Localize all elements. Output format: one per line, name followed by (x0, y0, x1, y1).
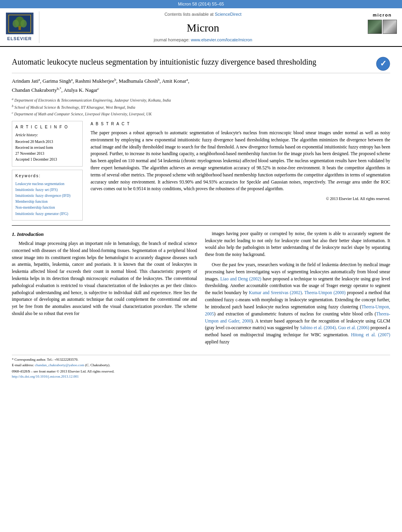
revised-date: 27 November 2013 (15, 151, 79, 156)
keyword-1: Leukocyte nucleus segmentation (15, 181, 79, 187)
volume-text: Micron 58 (2014) 55–65 (178, 2, 224, 6)
svg-point-2 (13, 20, 19, 28)
keyword-3: Intuitionistic fuzzy divergence (IFD) (15, 193, 79, 199)
copyright-line: © 2013 Elsevier Ltd. All rights reserved… (91, 196, 390, 202)
info-abstract-cols: A R T I C L E I N F O Article history: R… (12, 121, 390, 220)
article-title: Automatic leukocyte nucleus segmentation… (12, 57, 372, 67)
affil-a: a Department of Electronics & Telecommun… (12, 97, 390, 103)
author-nagar: Atulya K. Nagar (64, 87, 98, 93)
doi-link[interactable]: http://dx.doi.org/10.1016/j.micron.2013.… (12, 374, 79, 378)
body-right-col: images having poor quality or corrupted … (205, 230, 391, 349)
email-link[interactable]: chandan_chakraborty@yahoo.com (35, 363, 84, 367)
revised-label: Received in revised form (15, 145, 79, 150)
micron-image-2 (383, 20, 397, 34)
authors-section: Arindam Jatia, Garima Singha, Rashmi Muk… (12, 77, 390, 94)
author-mukherjee: Rashmi Mukherjee (75, 78, 114, 84)
volume-info-bar: Micron 58 (2014) 55–65 (0, 0, 402, 8)
affil-c: c Department of Math and Computer Scienc… (12, 111, 390, 117)
svg-point-3 (20, 20, 27, 28)
right-column: A B S T R A C T The paper proposes a rob… (91, 121, 390, 220)
homepage-line: journal homepage: www.elsevier.com/locat… (154, 37, 252, 43)
intro-para-2: images having poor quality or corrupted … (205, 230, 391, 258)
keyword-4: Membership function (15, 199, 79, 205)
accepted-date: Accepted 1 December 2013 (15, 157, 79, 162)
article-info-box: A R T I C L E I N F O Article history: R… (12, 121, 83, 166)
left-column: A R T I C L E I N F O Article history: R… (12, 121, 83, 220)
article-info-heading: A R T I C L E I N F O (15, 124, 79, 130)
ref-theera-1[interactable]: Theera-Umpon (2000) (304, 290, 346, 295)
sciencedirect-line: Contents lists available at ScienceDirec… (165, 11, 242, 17)
ref-sabino[interactable]: Sabino et al. (2004) (300, 325, 336, 330)
elsevier-logo-image (6, 13, 33, 34)
keyword-6: Intuitionistic fuzzy generator (IFG) (15, 211, 79, 217)
article-history: Article history: Received 20 March 2013 … (15, 132, 79, 162)
article-container: Automatic leukocyte nucleus segmentation… (0, 47, 402, 385)
intro-para-3: Over the past few years, researchers wor… (205, 261, 391, 346)
body-left-col: 1. Introduction Medical image processing… (12, 230, 197, 349)
intro-para-1: Medical image processing plays an import… (12, 240, 197, 317)
keywords-box: Keywords: Leukocyte nucleus segmentation… (12, 170, 83, 221)
ref-guo[interactable]: Guo et al. (2006) (338, 325, 369, 330)
elsevier-logo: ELSEVIER (4, 11, 39, 43)
history-label: Article history: (15, 132, 79, 138)
micron-logo-images (368, 20, 397, 34)
section-heading: 1. Introduction (12, 230, 197, 238)
abstract-section: A B S T R A C T The paper proposes a rob… (91, 121, 390, 202)
abstract-heading: A B S T R A C T (91, 121, 390, 127)
abstract-text: The paper proposes a robust approach to … (91, 130, 390, 193)
keywords-heading: Keywords: (15, 173, 79, 179)
ref-theera-3[interactable]: Theera-Umpon and Gader, 2000 (205, 311, 391, 323)
affiliations: a Department of Electronics & Telecommun… (12, 97, 390, 117)
section-divider (12, 225, 390, 226)
ref-hitong[interactable]: Hitong et al. (2007) (351, 332, 390, 337)
micron-logo-box: micron (367, 11, 398, 43)
authors-line: Arindam Jatia, Garima Singha, Rashmi Muk… (12, 77, 390, 85)
ref-liao-deng[interactable]: Liao and Deng (2002) (220, 276, 261, 281)
keyword-2: Intuitionistic fuzzy set (IFS) (15, 187, 79, 193)
body-two-col: 1. Introduction Medical image processing… (12, 230, 390, 349)
corresponding-note: * Corresponding author. Tel.: +913222283… (12, 357, 390, 362)
homepage-link[interactable]: www.elsevier.com/locate/micron (191, 37, 252, 42)
svg-text:✓: ✓ (380, 59, 387, 68)
article-title-section: Automatic leukocyte nucleus segmentation… (12, 53, 390, 73)
author-singh: Garima Singh (43, 78, 71, 84)
author-chakraborty: Chandan Chakraborty (12, 87, 57, 93)
ref-theera-2[interactable]: Theera-Umpon, 2005 (205, 304, 391, 316)
micron-logo-label: micron (373, 12, 392, 18)
issn-text: 0968-4328/$ – see front matter © 2013 El… (12, 369, 390, 374)
author-jati: Arindam Jati (12, 78, 39, 84)
author-ghosh: Madhumala Ghosh (119, 78, 157, 84)
ref-kumar[interactable]: Kumar and Sreenivas (2002) (249, 290, 302, 295)
svg-rect-4 (19, 26, 21, 30)
received-date: Received 20 March 2013 (15, 139, 79, 145)
keyword-5: Non-membership function (15, 205, 79, 211)
elsevier-brand-text: ELSEVIER (7, 36, 31, 42)
journal-header: ELSEVIER Contents lists available at Sci… (0, 8, 402, 47)
crossmark-icon[interactable]: ✓ (376, 57, 390, 71)
micron-image-1 (368, 20, 382, 34)
authors-line-2: Chandan Chakrabortyb,*, Atulya K. Nagarc (12, 86, 390, 94)
journal-name: Micron (187, 20, 219, 35)
journal-center: Contents lists available at ScienceDirec… (43, 11, 363, 43)
article-footer: * Corresponding author. Tel.: +913222283… (12, 355, 390, 379)
author-konar: Amit Konar (162, 78, 186, 84)
issn-line: 0968-4328/$ – see front matter © 2013 El… (12, 369, 390, 379)
email-note: E-mail address: chandan_chakraborty@yaho… (12, 363, 390, 368)
sciencedirect-link[interactable]: ScienceDirect (215, 12, 241, 17)
affil-b: b School of Medical Science & Technology… (12, 104, 390, 110)
